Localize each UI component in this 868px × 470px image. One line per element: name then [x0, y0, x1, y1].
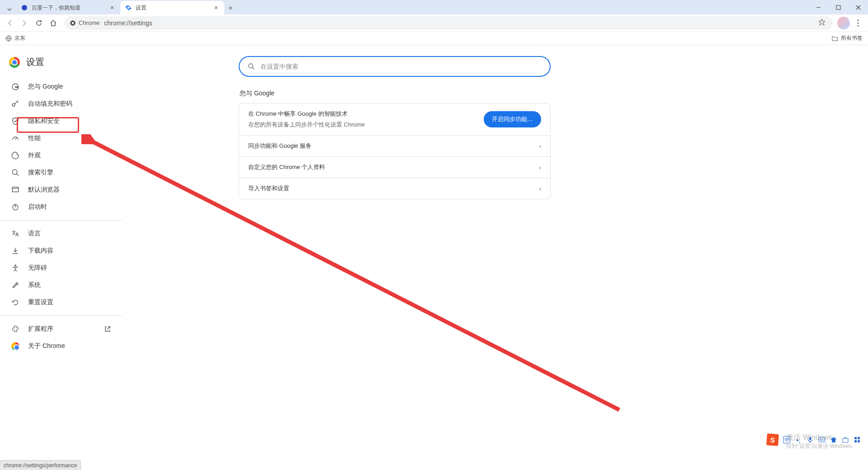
svg-rect-16	[809, 437, 811, 440]
url-text: chrome://settings	[104, 19, 814, 27]
download-icon	[11, 246, 20, 255]
search-icon	[11, 168, 20, 177]
sidebar-item-label: 无障碍	[28, 264, 47, 272]
search-icon	[248, 63, 255, 70]
site-info-icon[interactable]: Chrome	[70, 19, 99, 26]
sidebar-header: 设置	[0, 53, 122, 78]
forward-button[interactable]	[18, 17, 31, 29]
sidebar-item-privacy[interactable]: 隐私和安全	[0, 113, 122, 130]
ime-skin-icon[interactable]	[830, 436, 837, 443]
sidebar-item-downloads[interactable]: 下载内容	[0, 242, 122, 259]
svg-point-13	[15, 265, 16, 266]
sync-promo-text: 在 Chrome 中畅享 Google 的智能技术 在您的所有设备上同步并个性化…	[248, 110, 365, 129]
svg-point-4	[72, 22, 74, 24]
tab-baidu[interactable]: 百度一下，你就知道 ×	[16, 1, 120, 14]
tab-settings[interactable]: 设置 ×	[120, 1, 224, 14]
extension-icon	[11, 324, 20, 334]
sidebar-item-on-startup[interactable]: 启动时	[0, 198, 122, 216]
sidebar-item-reset[interactable]: 重置设置	[0, 294, 122, 311]
gear-icon	[125, 4, 132, 11]
sidebar-item-search-engine[interactable]: 搜索引擎	[0, 164, 122, 181]
turn-on-sync-button[interactable]: 开启同步功能…	[484, 111, 541, 127]
svg-rect-18	[843, 438, 848, 442]
bookmark-star-icon[interactable]	[818, 19, 827, 28]
globe-icon	[5, 35, 12, 42]
svg-point-10	[12, 169, 17, 174]
sidebar-item-performance[interactable]: 性能	[0, 130, 122, 147]
ime-mic-icon[interactable]	[807, 436, 814, 443]
ime-lang-indicator[interactable]: 中	[783, 436, 790, 443]
customize-profile-row[interactable]: 自定义您的 Chrome 个人资料 ›	[239, 156, 550, 178]
ime-punct-icon[interactable]: •,	[795, 436, 802, 443]
content-wrap: 您与 Google 在 Chrome 中畅享 Google 的智能技术 在您的所…	[239, 56, 551, 199]
section-label: 您与 Google	[239, 89, 551, 98]
page-title: 设置	[26, 56, 44, 68]
folder-icon	[832, 35, 838, 42]
sidebar-item-you-and-google[interactable]: 您与 Google	[0, 78, 122, 95]
settings-search[interactable]	[239, 56, 551, 77]
sidebar-item-label: 关于 Chrome	[28, 342, 65, 350]
sidebar-item-appearance[interactable]: 外观	[0, 147, 122, 164]
new-tab-button[interactable]: +	[224, 2, 237, 14]
sidebar-item-autofill[interactable]: 自动填充和密码	[0, 95, 122, 113]
chevron-right-icon: ›	[539, 185, 541, 192]
key-icon	[11, 99, 20, 108]
ime-keyboard-icon[interactable]	[818, 436, 826, 443]
svg-rect-19	[854, 437, 857, 439]
tabs-dropdown-icon[interactable]	[5, 5, 14, 14]
sidebar-item-default-browser[interactable]: 默认浏览器	[0, 181, 122, 198]
profile-avatar[interactable]	[837, 17, 850, 29]
bookmark-jd[interactable]: 京东	[5, 34, 25, 42]
sidebar-item-accessibility[interactable]: 无障碍	[0, 259, 122, 277]
browser-toolbar: Chrome chrome://settings	[0, 14, 868, 32]
you-and-google-card: 在 Chrome 中畅享 Google 的智能技术 在您的所有设备上同步并个性化…	[239, 103, 551, 199]
baidu-favicon-icon	[21, 4, 28, 11]
svg-point-7	[858, 25, 859, 26]
kebab-menu-icon[interactable]	[852, 17, 864, 29]
status-text: chrome://settings/performance	[4, 462, 77, 469]
all-bookmarks-button[interactable]: 所有书签	[832, 34, 863, 42]
plus-icon: +	[228, 4, 232, 12]
sidebar-item-label: 隐私和安全	[28, 117, 60, 125]
window-controls	[808, 0, 868, 14]
translate-icon	[11, 229, 20, 238]
chrome-logo-icon	[9, 57, 20, 68]
tabs-area: 百度一下，你就知道 × 设置 × +	[0, 0, 808, 14]
ime-toolbar[interactable]: S 中 •,	[767, 434, 861, 446]
sidebar-item-label: 默认浏览器	[28, 186, 60, 194]
ime-logo-icon[interactable]: S	[766, 433, 779, 446]
close-window-button[interactable]	[848, 0, 868, 14]
sidebar-item-extensions[interactable]: 扩展程序	[0, 320, 122, 338]
address-bar[interactable]: Chrome chrome://settings	[64, 16, 833, 30]
sidebar-item-label: 外观	[28, 151, 41, 160]
close-icon[interactable]: ×	[212, 4, 220, 11]
divider	[0, 220, 122, 221]
sync-subtitle: 在您的所有设备上同步并个性化设置 Chrome	[248, 121, 365, 129]
reload-button[interactable]	[33, 17, 45, 29]
sidebar-item-system[interactable]: 系统	[0, 277, 122, 294]
sidebar-item-languages[interactable]: 语言	[0, 225, 122, 242]
row-label: 同步功能和 Google 服务	[248, 142, 311, 150]
sync-services-row[interactable]: 同步功能和 Google 服务 ›	[239, 135, 550, 156]
sidebar-item-about[interactable]: 关于 Chrome	[0, 338, 122, 355]
row-label: 自定义您的 Chrome 个人资料	[248, 163, 325, 171]
svg-rect-21	[854, 440, 857, 442]
svg-rect-20	[858, 437, 860, 439]
ime-grid-icon[interactable]	[854, 436, 861, 443]
back-button[interactable]	[4, 17, 16, 29]
home-button[interactable]	[47, 17, 60, 29]
minimize-button[interactable]	[808, 0, 828, 14]
close-icon[interactable]: ×	[108, 4, 116, 11]
external-link-icon	[104, 325, 111, 333]
sidebar-item-label: 您与 Google	[28, 83, 63, 91]
maximize-button[interactable]	[828, 0, 848, 14]
svg-point-5	[858, 19, 859, 21]
svg-rect-22	[858, 440, 860, 442]
ime-toolbox-icon[interactable]	[842, 436, 849, 443]
svg-point-0	[22, 5, 27, 10]
sidebar-item-label: 自动填充和密码	[28, 100, 72, 108]
sidebar-item-label: 扩展程序	[28, 325, 53, 333]
import-bookmarks-row[interactable]: 导入书签和设置 ›	[239, 178, 550, 199]
chevron-right-icon: ›	[539, 164, 541, 171]
search-input[interactable]	[260, 63, 542, 70]
